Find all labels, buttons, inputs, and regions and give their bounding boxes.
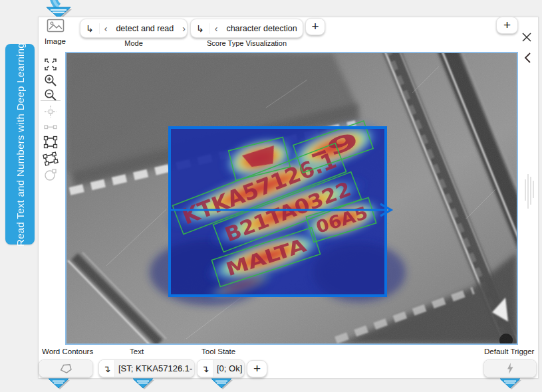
point-roi-button-disabled[interactable] <box>42 104 59 120</box>
fit-view-icon <box>43 57 58 72</box>
rect-roi-icon <box>43 134 59 150</box>
side-tab-label: Read Text and Numbers with Deep Learning <box>15 43 26 246</box>
splitter-grip[interactable] <box>524 174 535 209</box>
image-button-label: Image <box>41 37 69 45</box>
text-output[interactable]: ↴ [ST; KTKA57126.1- <box>98 359 195 377</box>
text-output-label: Text <box>130 347 144 355</box>
default-trigger-connector[interactable] <box>499 377 523 391</box>
mode-next-button[interactable]: › <box>178 23 190 34</box>
line-roi-icon <box>43 120 58 134</box>
side-tab-read-text[interactable]: Read Text and Numbers with Deep Learning <box>5 44 35 245</box>
mode-prev-button[interactable]: ‹ <box>99 23 112 34</box>
lightning-bolt-icon <box>505 362 515 375</box>
rotated-rect-roi-button[interactable] <box>42 151 59 167</box>
text-insert-button[interactable]: ↴ <box>99 360 115 377</box>
text-output-value[interactable]: [ST; KTKA57126.1- <box>115 360 194 377</box>
word-contours-connector[interactable] <box>47 377 71 391</box>
chip-image: KTKA57126.1 -9 B21TA0322 MALTA 06A5 <box>67 53 517 343</box>
score-type-label: Score Type Visualization <box>190 39 303 47</box>
mode-selector: ↳ ‹ detect and read › <box>80 19 188 38</box>
mode-label: Mode <box>80 39 188 47</box>
zoom-in-icon <box>43 73 58 88</box>
image-canvas[interactable]: KTKA57126.1 -9 B21TA0322 MALTA 06A5 <box>65 52 518 345</box>
score-type-selector: ↳ ‹ character detection › <box>190 19 303 38</box>
mode-value[interactable]: detect and read <box>112 24 178 33</box>
image-icon <box>47 19 65 33</box>
zoom-in-button[interactable] <box>42 72 59 88</box>
fit-view-button[interactable] <box>42 56 59 72</box>
rect-roi-button[interactable] <box>42 134 59 150</box>
corner-add-button[interactable]: + <box>496 17 518 34</box>
app-window: Read Text and Numbers with Deep Learning… <box>0 0 542 392</box>
default-trigger-output[interactable] <box>483 359 537 377</box>
tool-state-insert-button[interactable]: ↴ <box>198 360 213 377</box>
rotated-rect-roi-icon <box>43 151 59 167</box>
tool-state-connector[interactable] <box>210 377 234 391</box>
score-prev-button[interactable]: ‹ <box>209 23 223 34</box>
close-icon[interactable] <box>520 31 533 44</box>
tool-state-value[interactable]: [0; Ok] <box>213 360 244 377</box>
point-roi-icon <box>43 104 58 119</box>
toolbar-divider <box>41 100 61 101</box>
circle-roi-icon <box>43 167 58 182</box>
tool-state-output[interactable]: ↴ [0; Ok] <box>197 359 245 377</box>
circle-roi-button-disabled[interactable] <box>42 167 59 183</box>
score-heatmap-overlay: KTKA57126.1 -9 B21TA0322 MALTA 06A5 <box>150 114 406 306</box>
tool-state-label: Tool State <box>202 347 235 355</box>
text-connector[interactable] <box>132 377 156 391</box>
score-step-icon[interactable]: ↳ <box>191 23 209 34</box>
contour-icon <box>59 363 72 375</box>
line-roi-button-disabled[interactable] <box>42 119 59 135</box>
default-trigger-label: Default Trigger <box>484 347 534 355</box>
image-source-button[interactable]: Image <box>41 19 69 45</box>
word-contours-output[interactable] <box>39 359 93 377</box>
score-value[interactable]: character detection <box>222 24 301 33</box>
mode-step-icon[interactable]: ↳ <box>80 23 99 34</box>
add-output-button[interactable]: + <box>247 360 267 377</box>
word-contours-label: Word Contours <box>42 347 93 355</box>
add-parameter-button[interactable]: + <box>305 18 325 35</box>
collapse-chevron-icon[interactable] <box>523 52 533 64</box>
